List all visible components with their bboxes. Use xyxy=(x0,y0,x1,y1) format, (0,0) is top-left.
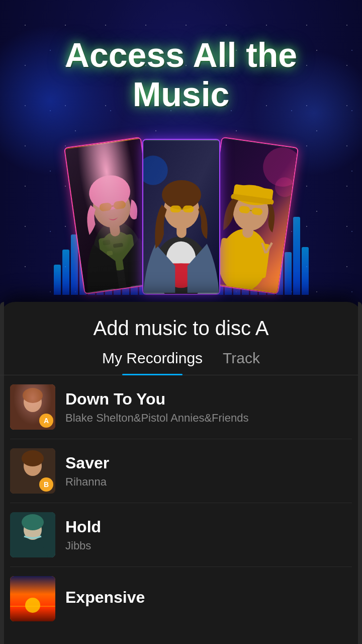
svg-point-43 xyxy=(22,450,44,466)
page-title: Access All the Music xyxy=(0,0,362,114)
track-info-2: Saver Rihanna xyxy=(65,454,352,489)
artist-image-center xyxy=(143,140,219,294)
tab-track[interactable]: Track xyxy=(223,350,260,375)
tab-recordings-label: My Recordings xyxy=(102,350,203,366)
track-name-4: Expensive xyxy=(65,588,352,607)
svg-point-46 xyxy=(22,514,44,530)
svg-rect-11 xyxy=(113,200,126,210)
tab-recordings[interactable]: My Recordings xyxy=(102,350,203,375)
track-name-2: Saver xyxy=(65,454,352,472)
svg-point-8 xyxy=(90,184,133,230)
artist-card-center xyxy=(142,139,220,295)
svg-rect-22 xyxy=(170,206,180,213)
list-item[interactable]: B Saver Rihanna xyxy=(10,439,352,503)
list-item[interactable]: Expensive xyxy=(10,567,352,630)
modal-container: Add music to disc A My Recordings Track … xyxy=(0,302,362,644)
track-list: A Down To You Blake Shelton&Pistol Annie… xyxy=(0,375,362,630)
badge-label-1: A xyxy=(44,417,49,425)
svg-rect-7 xyxy=(108,216,121,237)
svg-line-12 xyxy=(111,206,113,207)
list-item[interactable]: A Down To You Blake Shelton&Pistol Annie… xyxy=(10,375,352,439)
svg-rect-6 xyxy=(106,251,113,256)
badge-label-2: B xyxy=(44,480,49,489)
track-info-4: Expensive xyxy=(65,588,352,610)
track-artist-1: Blake Shelton&Pistol Annies&Friends xyxy=(65,412,352,425)
track-thumbnail-3 xyxy=(10,512,55,557)
track-badge-2: B xyxy=(39,477,53,492)
svg-point-21 xyxy=(162,180,201,209)
track-name-3: Hold xyxy=(65,518,352,536)
title-line1: Access All the xyxy=(65,36,297,74)
track-artist-3: Jibbs xyxy=(65,539,352,552)
track-thumbnail-2: B xyxy=(10,448,55,494)
list-item[interactable]: Hold Jibbs xyxy=(10,503,352,567)
track-artist-2: Rihanna xyxy=(65,475,352,489)
track-badge-1: A xyxy=(39,414,53,428)
title-line2: Music xyxy=(133,75,230,113)
artists-area xyxy=(0,124,362,295)
svg-rect-23 xyxy=(183,206,193,213)
svg-rect-5 xyxy=(113,243,123,248)
svg-rect-10 xyxy=(99,202,112,212)
track-name-1: Down To You xyxy=(65,390,352,409)
svg-rect-4 xyxy=(103,239,111,246)
svg-line-37 xyxy=(249,211,251,211)
track-info-3: Hold Jibbs xyxy=(65,518,352,552)
track-thumbnail-1: A xyxy=(10,384,55,430)
svg-point-40 xyxy=(23,388,43,403)
tabs-container: My Recordings Track xyxy=(0,350,362,375)
modal-title: Add music to disc A xyxy=(0,312,362,350)
svg-rect-3 xyxy=(98,234,135,263)
svg-point-39 xyxy=(24,392,42,412)
svg-point-9 xyxy=(86,173,132,213)
track-info-1: Down To You Blake Shelton&Pistol Annies&… xyxy=(65,390,352,425)
svg-point-2 xyxy=(98,229,137,273)
svg-point-1 xyxy=(89,218,147,293)
track-thumbnail-4 xyxy=(10,576,55,621)
svg-point-49 xyxy=(25,598,40,613)
tab-track-label: Track xyxy=(223,350,260,366)
